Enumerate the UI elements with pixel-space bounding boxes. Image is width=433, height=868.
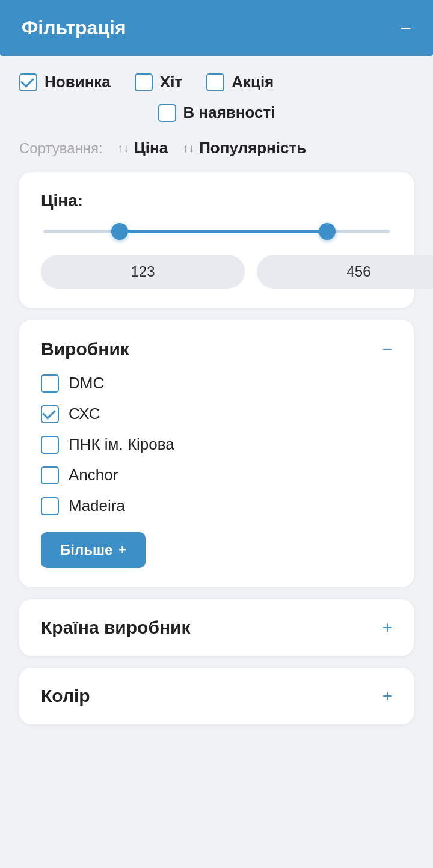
list-item[interactable]: Madeira (41, 497, 392, 515)
sxs-label: СХС (69, 405, 100, 423)
sort-price-icon: ↑↓ (117, 141, 129, 155)
manufacturer-list: DMC СХС ПНК ім. Кірова Anchor Madeira (41, 374, 392, 515)
more-button-icon: + (118, 542, 126, 558)
sort-label: Сортування: (19, 140, 103, 157)
madeira-checkbox[interactable] (41, 497, 59, 515)
dmc-checkbox[interactable] (41, 374, 59, 393)
available-label: В наявності (183, 103, 275, 122)
color-card: Колір + (19, 668, 414, 724)
sort-popularity-label: Популярність (199, 139, 306, 157)
novinka-check[interactable]: Новинка (19, 73, 111, 91)
manufacturer-title: Виробник (41, 339, 129, 359)
manufacturer-card: Виробник − DMC СХС ПНК ім. Кірова Ancho (19, 320, 414, 587)
color-title: Колір (41, 686, 90, 706)
manufacturer-header: Виробник − (41, 339, 392, 359)
anchor-label: Anchor (69, 466, 118, 484)
price-max-input[interactable] (257, 255, 433, 289)
filter-header: Фільтрація − (0, 0, 433, 56)
filter-content: Новинка Хіт Акція В наявності Сортування… (0, 56, 433, 753)
aktsiya-label: Акція (232, 73, 274, 91)
aktsiya-checkbox[interactable] (206, 73, 224, 91)
pnk-label: ПНК ім. Кірова (69, 435, 174, 454)
manufacturer-toggle[interactable]: − (382, 341, 392, 358)
price-min-input[interactable] (41, 255, 245, 289)
price-inputs (41, 255, 392, 289)
list-item[interactable]: Anchor (41, 466, 392, 484)
sxs-checkbox[interactable] (41, 405, 59, 423)
dmc-label: DMC (69, 374, 104, 393)
country-card: Країна виробник + (19, 599, 414, 656)
novinka-checkbox[interactable] (19, 73, 37, 91)
list-item[interactable]: СХС (41, 405, 392, 423)
header-title: Фільтрація (22, 17, 126, 39)
range-fill (120, 230, 328, 233)
filter-checkboxes: Новинка Хіт Акція (19, 73, 414, 91)
anchor-checkbox[interactable] (41, 466, 59, 484)
more-button[interactable]: Більше + (41, 532, 146, 568)
color-expand-button[interactable]: + (382, 686, 392, 706)
available-check[interactable]: В наявності (158, 103, 275, 122)
list-item[interactable]: DMC (41, 374, 392, 393)
range-thumb-right[interactable] (319, 223, 336, 240)
hit-label: Хіт (160, 73, 182, 91)
country-title: Країна виробник (41, 617, 191, 638)
hit-checkbox[interactable] (135, 73, 153, 91)
madeira-label: Madeira (69, 497, 125, 515)
pnk-checkbox[interactable] (41, 436, 59, 454)
novinka-label: Новинка (45, 73, 111, 91)
aktsiya-check[interactable]: Акція (206, 73, 274, 91)
available-row: В наявності (19, 103, 414, 122)
more-button-label: Більше (60, 542, 112, 558)
price-card: Ціна: (19, 172, 414, 308)
range-thumb-left[interactable] (111, 223, 128, 240)
country-expand-button[interactable]: + (382, 618, 392, 637)
collapse-icon[interactable]: − (400, 19, 411, 38)
price-title: Ціна: (41, 191, 392, 210)
sort-popularity-icon: ↑↓ (182, 141, 194, 155)
sort-price-label: Ціна (134, 139, 168, 157)
price-range[interactable] (41, 230, 392, 233)
sort-row: Сортування: ↑↓ Ціна ↑↓ Популярність (19, 139, 414, 157)
sort-popularity[interactable]: ↑↓ Популярність (182, 139, 306, 157)
range-track (43, 230, 390, 233)
sort-price[interactable]: ↑↓ Ціна (117, 139, 168, 157)
available-checkbox[interactable] (158, 104, 176, 122)
hit-check[interactable]: Хіт (135, 73, 182, 91)
list-item[interactable]: ПНК ім. Кірова (41, 435, 392, 454)
